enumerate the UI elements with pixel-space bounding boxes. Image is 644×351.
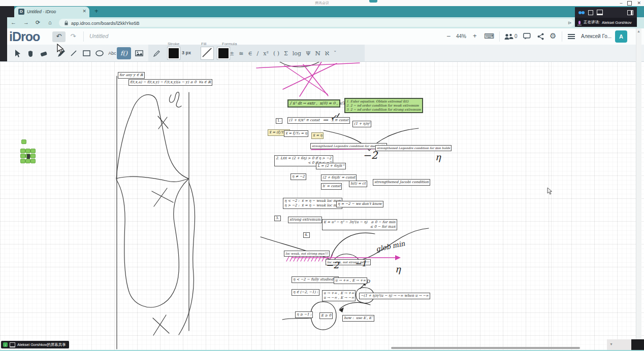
- board-note[interactable]: η ≠ −2: [291, 173, 306, 180]
- formula-symbol-button[interactable]: x²: [263, 50, 269, 57]
- settings-gear-icon[interactable]: ⚙: [550, 31, 556, 41]
- ellipse-tool[interactable]: [93, 47, 106, 59]
- handwritten-annotation[interactable]: D: [366, 279, 370, 284]
- select-tool[interactable]: [11, 47, 23, 59]
- board-note[interactable]: E ≥ 0: [319, 312, 333, 319]
- board-note[interactable]: 1. Euler equation. Obtain extremal x̂(t)…: [344, 98, 423, 113]
- keyboard-icon[interactable]: ⌨: [484, 32, 494, 40]
- selected-object[interactable]: [27, 154, 30, 159]
- board-note[interactable]: η = −2 − we don't know: [336, 201, 383, 207]
- board-note[interactable]: (1 + ẋ)ẋ² ≡ const ⟹ ẋ ≡ const: [287, 117, 350, 124]
- selection-handle[interactable]: [30, 149, 36, 153]
- selection-handle[interactable]: [30, 154, 36, 158]
- handwritten-annotation[interactable]: −2: [326, 260, 339, 270]
- window-minimize-button[interactable]: –: [620, 1, 622, 6]
- formula-symbol-button[interactable]: ˇ: [334, 50, 337, 57]
- selection-rotate-handle[interactable]: [21, 139, 26, 144]
- selection-handle[interactable]: [20, 154, 25, 158]
- scroll-up-arrow[interactable]: ▲: [637, 29, 640, 33]
- board-note[interactable]: h(t) = ct: [349, 181, 367, 187]
- back-icon[interactable]: ←: [11, 19, 16, 25]
- selection-handle[interactable]: [20, 159, 25, 163]
- new-tab-button[interactable]: +: [94, 7, 99, 15]
- selection-handle[interactable]: [25, 159, 30, 163]
- formula-symbol-button[interactable]: ≅: [239, 50, 243, 57]
- formula-symbol-button[interactable]: Σ: [284, 50, 288, 57]
- pan-tool[interactable]: [24, 47, 37, 59]
- board-note[interactable]: E = u³ − η³ − 3η²(u − η) ≥ 0 − for min ≤…: [322, 219, 397, 230]
- board-note[interactable]: ẋ = η: [311, 132, 324, 139]
- handwritten-annotation[interactable]: η: [395, 264, 401, 274]
- stroke-style-pen-icon[interactable]: [150, 47, 163, 59]
- zoom-level[interactable]: 44%: [456, 33, 466, 39]
- board-note[interactable]: u → +∞ , E → +∞: [334, 277, 367, 284]
- pencil-tool[interactable]: [55, 47, 67, 59]
- watching-icon[interactable]: [578, 11, 585, 14]
- scroll-down-arrow[interactable]: ▼: [609, 342, 613, 346]
- board-note[interactable]: for any y ∈ ℝ: [118, 72, 145, 79]
- rectangle-tool[interactable]: [80, 47, 92, 59]
- formula-symbol-button[interactable]: ℵ: [325, 50, 329, 57]
- chat-icon[interactable]: [523, 33, 531, 40]
- board-note[interactable]: u → +∞ , E → +∞ u → −∞ , E → −∞: [322, 290, 356, 301]
- board-note[interactable]: strengthened Jacobi condition: [373, 179, 430, 186]
- stroke-size[interactable]: 3 px: [182, 50, 191, 55]
- formula-symbol-button[interactable]: ±: [230, 50, 234, 57]
- board-note[interactable]: η < −2 − fully studied !!: [292, 276, 339, 283]
- users-icon[interactable]: [504, 33, 513, 40]
- board-note[interactable]: loc weak, not strong max!!!: [284, 251, 330, 257]
- download-icon[interactable]: ↓: [3, 342, 8, 347]
- formula-color-swatch[interactable]: [217, 47, 230, 59]
- board-note[interactable]: h′ = const: [321, 183, 342, 190]
- board-note[interactable]: strong extremum: [288, 217, 322, 223]
- screen-icon[interactable]: [597, 10, 603, 15]
- undo-button[interactable]: ↶: [52, 31, 66, 42]
- formula-symbol-button[interactable]: ( ): [273, 50, 279, 57]
- board-note[interactable]: 1.: [276, 118, 282, 124]
- board-note[interactable]: ẋ = ξ∕T₀ = η: [284, 130, 308, 137]
- board-title[interactable]: Untitled: [89, 33, 108, 39]
- share-icon[interactable]: [537, 33, 544, 40]
- image-tool[interactable]: [133, 47, 145, 59]
- window-icon[interactable]: [588, 10, 593, 15]
- formula-symbol-button[interactable]: log: [293, 50, 301, 57]
- handwritten-annotation[interactable]: −1: [355, 259, 367, 268]
- board-note[interactable]: η < −2 : ẋ = η − weak loc max η > −2 : ẋ…: [283, 198, 342, 209]
- reload-icon[interactable]: ⟳: [36, 19, 40, 26]
- board-note[interactable]: 3.: [274, 216, 281, 221]
- board-note[interactable]: η ≥ −1 :: [295, 311, 313, 318]
- url-field[interactable]: app.idroo.com/boards/lZkklYke5B ⊳: [59, 19, 574, 27]
- vertical-scrollbar[interactable]: ▲: [636, 28, 641, 339]
- formula-symbol-button[interactable]: ∈: [248, 50, 252, 57]
- forward-icon[interactable]: →: [23, 19, 29, 25]
- tab-close-icon[interactable]: ✕: [82, 9, 86, 14]
- fill-color-swatch[interactable]: [201, 47, 213, 59]
- eraser-tool[interactable]: [38, 47, 50, 59]
- selection-handle[interactable]: [30, 159, 36, 163]
- zoom-out-button[interactable]: –: [447, 32, 450, 40]
- stroke-color-swatch[interactable]: [168, 47, 180, 59]
- browser-tab[interactable]: D Untitled - IDroo ✕: [14, 7, 89, 17]
- selection-handle[interactable]: [25, 149, 30, 153]
- sidebar-toggle-icon[interactable]: [627, 10, 633, 15]
- window-close-button[interactable]: ✕: [637, 1, 641, 6]
- board-note[interactable]: L̃ = (2 + 6η)h′²: [316, 163, 346, 169]
- home-icon[interactable]: ⌂: [48, 19, 52, 25]
- handwritten-annotation[interactable]: ✓: [330, 113, 337, 122]
- board-note[interactable]: ∫ ẋ³ dt → extr , x(0) = 0 , x(T₀) = ξ: [287, 99, 340, 108]
- board-note[interactable]: how : use E′, E″: [342, 315, 374, 322]
- handwritten-annotation[interactable]: η: [435, 152, 441, 162]
- selection-handle[interactable]: [20, 149, 25, 153]
- board-note[interactable]: 4.: [303, 232, 310, 238]
- redo-button[interactable]: ↷: [67, 31, 80, 42]
- formula-symbol-button[interactable]: ℕ: [315, 50, 320, 57]
- avatar[interactable]: A: [615, 30, 627, 43]
- extension-icon[interactable]: ⊳: [568, 20, 572, 25]
- board-note[interactable]: −(1 + η)η²(u − η) → −∞ when u → −∞: [359, 293, 430, 299]
- horizontal-scrollbar-thumb[interactable]: [391, 347, 580, 349]
- board-note[interactable]: strengthened Legendre condition for min …: [375, 145, 452, 151]
- line-tool[interactable]: [68, 47, 80, 59]
- formula-symbol-button[interactable]: ∕: [257, 50, 259, 57]
- menu-icon[interactable]: [568, 34, 575, 40]
- board-note[interactable]: (1 + η)η²: [352, 121, 371, 127]
